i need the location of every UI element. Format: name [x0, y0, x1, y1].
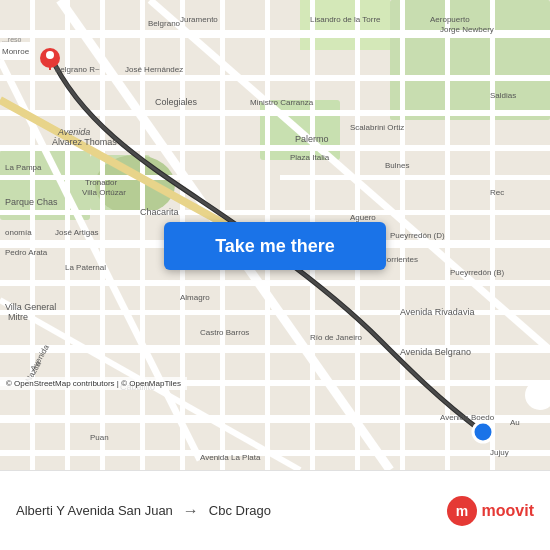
- svg-text:Villa General: Villa General: [5, 302, 56, 312]
- svg-text:Jorge Newbery: Jorge Newbery: [440, 25, 494, 34]
- bottom-bar: Alberti Y Avenida San Juan → Cbc Drago m…: [0, 470, 550, 550]
- svg-text:...reso: ...reso: [2, 36, 22, 43]
- svg-text:Belgrano R~: Belgrano R~: [55, 65, 100, 74]
- svg-rect-4: [390, 0, 550, 120]
- svg-text:La Pampa: La Pampa: [5, 163, 42, 172]
- svg-text:onomía: onomía: [5, 228, 32, 237]
- svg-text:Puan: Puan: [90, 433, 109, 442]
- svg-text:Palermo: Palermo: [295, 134, 329, 144]
- svg-text:Au: Au: [510, 418, 520, 427]
- svg-text:Aguero: Aguero: [350, 213, 376, 222]
- copyright-notice: © OpenStreetMap contributors | © OpenMap…: [0, 377, 187, 390]
- svg-text:Pueyrredón (D): Pueyrredón (D): [390, 231, 445, 240]
- svg-text:Tronador: Tronador: [85, 178, 118, 187]
- svg-text:Mitre: Mitre: [8, 312, 28, 322]
- svg-text:La Paternal: La Paternal: [65, 263, 106, 272]
- svg-text:Colegiales: Colegiales: [155, 97, 198, 107]
- svg-rect-13: [0, 210, 550, 215]
- svg-rect-8: [0, 75, 550, 81]
- svg-rect-12: [280, 175, 550, 180]
- svg-text:Rec: Rec: [490, 188, 504, 197]
- svg-text:Castro Barros: Castro Barros: [200, 328, 249, 337]
- svg-text:Ministro Carranza: Ministro Carranza: [250, 98, 314, 107]
- route-destination: Cbc Drago: [209, 503, 271, 518]
- moovit-brand-text: moovit: [482, 502, 534, 520]
- svg-text:José Hernández: José Hernández: [125, 65, 183, 74]
- map-container: Belgrano Juramento Lisandro de la Torre …: [0, 0, 550, 470]
- svg-text:Villa Ortúzar: Villa Ortúzar: [82, 188, 126, 197]
- svg-text:Saldias: Saldias: [490, 91, 516, 100]
- svg-text:Lisandro de la Torre: Lisandro de la Torre: [310, 15, 381, 24]
- svg-text:Plaza Italia: Plaza Italia: [290, 153, 330, 162]
- svg-text:Avenida Belgrano: Avenida Belgrano: [400, 347, 471, 357]
- svg-text:Jujuy: Jujuy: [490, 448, 509, 457]
- svg-text:Bulnes: Bulnes: [385, 161, 409, 170]
- moovit-icon: m: [446, 495, 478, 527]
- svg-text:Avenida: Avenida: [57, 127, 90, 137]
- svg-text:Almagro: Almagro: [180, 293, 210, 302]
- moovit-logo: m moovit: [446, 495, 534, 527]
- svg-text:m: m: [455, 503, 467, 519]
- svg-text:Río de Janeiro: Río de Janeiro: [310, 333, 363, 342]
- svg-text:Pueyrredón (B): Pueyrredón (B): [450, 268, 505, 277]
- svg-text:Avenida Rivadavia: Avenida Rivadavia: [400, 307, 474, 317]
- route-origin: Alberti Y Avenida San Juan: [16, 503, 173, 518]
- svg-text:Monroe: Monroe: [2, 47, 30, 56]
- route-arrow-icon: →: [183, 502, 199, 520]
- take-me-there-button[interactable]: Take me there: [164, 222, 386, 270]
- svg-text:Chacarita: Chacarita: [140, 207, 179, 217]
- svg-text:Avenida Boedo: Avenida Boedo: [440, 413, 495, 422]
- svg-text:Parque Chas: Parque Chas: [5, 197, 58, 207]
- svg-point-90: [473, 422, 493, 442]
- svg-text:José Artigas: José Artigas: [55, 228, 99, 237]
- svg-text:Avenida La Plata: Avenida La Plata: [200, 453, 261, 462]
- svg-point-88: [46, 51, 54, 59]
- svg-text:Belgrano: Belgrano: [148, 19, 181, 28]
- svg-text:Scalabrini Ortiz: Scalabrini Ortiz: [350, 123, 404, 132]
- svg-text:Pedro Arata: Pedro Arata: [5, 248, 48, 257]
- svg-text:Aeropuerto: Aeropuerto: [430, 15, 470, 24]
- svg-text:Juramento: Juramento: [180, 15, 218, 24]
- svg-text:Álvarez Thomas: Álvarez Thomas: [52, 137, 117, 147]
- svg-rect-32: [490, 0, 495, 470]
